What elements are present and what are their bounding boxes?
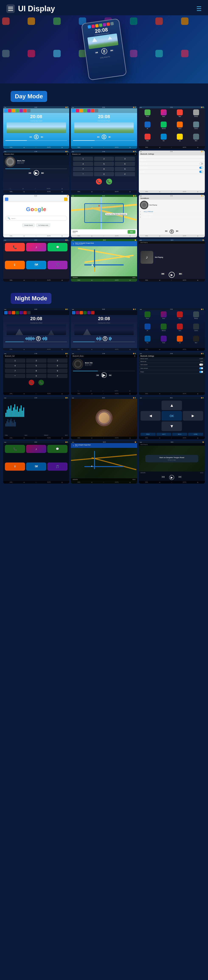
day-player-screen-1[interactable]: ●●●20:08📶 🔋 20:08 A stunning views of Mo… (3, 106, 69, 149)
night-maps-nav-screen[interactable]: ●●●08:33📶 ↑ Start on Dauphin Tongue Road… (71, 441, 137, 484)
night-app-maps-carplay[interactable]: 🗺 (26, 463, 46, 471)
night-key-4[interactable]: 4 (5, 364, 25, 368)
night-key-5[interactable]: 5 (26, 364, 46, 368)
nav-center-btn[interactable]: OK (162, 411, 182, 421)
night-app-wechat[interactable]: WeChat (156, 323, 171, 335)
nav-map-detailed-screen[interactable]: ●●●08:33📶 ↑ Start on Dauphin Tongue Road… (71, 239, 137, 282)
app-wechat[interactable]: 💬 (47, 243, 68, 251)
nav-up-btn[interactable]: ▲ (162, 401, 182, 410)
night-app-messages[interactable]: 💬 (47, 445, 68, 453)
key-4[interactable]: 4 (73, 162, 93, 166)
night-app-maps[interactable]: Maps (172, 312, 188, 323)
night-key-9[interactable]: 9 (47, 369, 68, 373)
night-app-music[interactable]: Music (156, 312, 171, 323)
key-8[interactable]: 8 (94, 167, 114, 171)
app-item-vr[interactable]: VRCar (172, 121, 188, 133)
night-nav-arrows-screen[interactable]: ●●●08:01📶 🔋 ▲ ◄ OK ► ▼ PREV NEXT BACK HO… (139, 397, 205, 439)
night-player-screen-2[interactable]: ●●●20:08📶 🔋 20:08 A stunning views of Mo… (71, 308, 137, 351)
app-item-nav[interactable]: Nav (156, 134, 171, 145)
night-bt-music-screen[interactable]: ●●●17:46📶 🔋 Bluetooth_Music ✕ Music Titl… (71, 353, 137, 395)
app-podcasts[interactable]: 🎙 (5, 261, 25, 269)
song-item-1[interactable]: 1 华东_云1.REM.mp3 (139, 210, 205, 213)
night-key-hash[interactable]: # (47, 374, 68, 378)
bluetooth-settings-screen[interactable]: ●●●17:46📶 🔋 Bluetooth_Settings Device na… (139, 151, 205, 193)
night-key-6[interactable]: 6 (47, 364, 68, 368)
bluetooth-call-screen[interactable]: ●●●17:46📶 🔋 Bluetooth_Call ✕ 1 2 3 4 5 6… (71, 151, 137, 193)
key-5[interactable]: 5 (94, 162, 114, 166)
btn-home[interactable]: HOME (188, 433, 203, 436)
app-item-wechat[interactable]: WeChat (156, 121, 171, 133)
call-answer-btn[interactable]: 📞 (106, 178, 112, 185)
now-playing-screen[interactable]: ●●●08:01📶 Now Playing ♪ Not Playing ⏮ ▶ … (139, 239, 205, 282)
go-button[interactable]: GO (128, 230, 135, 234)
key-2[interactable]: 2 (94, 157, 114, 161)
night-key-2[interactable]: 2 (26, 358, 46, 363)
night-bt-settings-screen[interactable]: ●●●17:46📶 🔋 Bluetooth_Settings Device na… (139, 353, 205, 395)
night-key-3[interactable]: 3 (47, 358, 68, 363)
night-camera-screen[interactable]: ●●●08:33📶 🔋 DIAL✉♪AUTO⚙ (71, 397, 137, 439)
night-carplay-home[interactable]: ●●●18:54📶 🔋 📞 ♪ 💬 🎙 🗺 🎵 DIAL✉♪AUTO⚙ (3, 441, 69, 484)
night-key-1[interactable]: 1 (5, 358, 25, 363)
night-play-btn[interactable]: ▶ (169, 475, 174, 480)
night-auto-connect-toggle[interactable] (199, 367, 203, 369)
app-item-music[interactable]: Music (156, 110, 171, 121)
carplay-home-screen[interactable]: ●●●18:54📶 🔋 📞 ♪ 💬 🎙 🗺 🎵 DIAL✉♪AUTO⚙ (3, 239, 69, 282)
night-power-toggle[interactable] (199, 371, 203, 373)
app-item-settings[interactable]: Settings (189, 110, 204, 121)
night-auto-answer-toggle[interactable] (199, 364, 203, 366)
maps-navigation-screen[interactable]: ●●●08:33📶 🔋 📍 Sunny Coffee Modern Restau… (71, 195, 137, 237)
key-7[interactable]: 7 (73, 167, 93, 171)
auto-connect-toggle[interactable] (199, 167, 203, 169)
key-1[interactable]: 1 (73, 157, 93, 161)
app-item-maps[interactable]: Maps (172, 110, 188, 121)
nav-down-btn[interactable]: ▼ (162, 422, 182, 431)
bluetooth-music-screen[interactable]: ●●●17:46📶 🔋 Bluetooth_Music ✕ Music Titl… (3, 151, 69, 193)
night-call-end[interactable]: 📞 (28, 380, 34, 385)
night-app-camera[interactable]: Camera (189, 323, 204, 335)
btn-prev[interactable]: PREV (140, 433, 156, 436)
app-item-more[interactable]: More (189, 134, 204, 145)
app-spotify[interactable]: 🎵 (47, 261, 68, 269)
google-search-screen[interactable]: 11:34📶 Google 🔍 Search... Google Search … (3, 195, 69, 237)
google-lucky-btn[interactable]: I'm Feeling Lucky (36, 223, 50, 227)
menu-icon[interactable] (6, 5, 15, 13)
night-key-star[interactable]: * (5, 374, 25, 378)
key-9[interactable]: 9 (115, 167, 135, 171)
key-hash[interactable]: # (115, 172, 135, 176)
night-key-0[interactable]: 0 (26, 374, 46, 378)
auto-answer-toggle[interactable] (199, 162, 203, 165)
btn-back[interactable]: BACK (172, 433, 187, 436)
google-search-bar[interactable]: 🔍 Search... (5, 216, 67, 221)
night-key-8[interactable]: 8 (26, 369, 46, 373)
night-app-music-carplay[interactable]: ♪ (26, 445, 46, 453)
app-item-qqmusic[interactable]: QQ (172, 134, 188, 145)
night-app-settings[interactable]: Settings (189, 312, 204, 323)
app-phone[interactable]: 📞 (5, 243, 25, 251)
day-carplay-home[interactable]: ●●●17:00📶 🔋 Phone Music Maps Settings (139, 106, 205, 149)
night-app-more[interactable]: More (189, 336, 204, 347)
call-end-btn[interactable]: 📞 (96, 178, 102, 185)
night-call-answer[interactable]: 📞 (38, 380, 44, 385)
night-app-radio[interactable]: Radio (156, 336, 171, 347)
key-0[interactable]: 0 (94, 172, 114, 176)
app-item-video[interactable]: Video (140, 134, 155, 145)
app-maps-carplay[interactable]: 🗺 (26, 261, 46, 269)
night-app-spotify[interactable]: 🎵 (47, 463, 68, 471)
night-app-phone-carplay[interactable]: 📞 (5, 445, 25, 453)
app-item-phone[interactable]: Phone (140, 110, 155, 121)
key-6[interactable]: 6 (115, 162, 135, 166)
night-waveform-screen[interactable]: ●●●11:54📶 🔋 (3, 397, 69, 439)
hamburger-nav-icon[interactable]: ☰ (196, 5, 202, 12)
night-player-screen-1[interactable]: ●●●20:08📶 🔋 20:08 A stunning views of Mo… (3, 308, 69, 351)
google-search-btn[interactable]: Google Search (22, 223, 35, 227)
night-app-bt[interactable]: BT (140, 323, 155, 335)
power-toggle[interactable] (199, 171, 203, 173)
night-key-7[interactable]: 7 (5, 369, 25, 373)
night-app-grid-screen[interactable]: ●●●17:00📶 🔋 Phone Music Maps Settings (139, 308, 205, 351)
btn-next[interactable]: NEXT (156, 433, 172, 436)
app-item-bt[interactable]: BT (140, 121, 155, 133)
night-now-playing-screen[interactable]: ●●●08:01📶 Now Playing Start on Dauphin T… (139, 441, 205, 484)
social-music-screen[interactable]: ●●●17:46📶 🔋 SocialMusic Now Playing 1 华东… (139, 195, 205, 237)
night-app-video[interactable]: Video (172, 323, 188, 335)
song-item-3[interactable]: 3 华东_云3.mp3 (139, 216, 205, 219)
